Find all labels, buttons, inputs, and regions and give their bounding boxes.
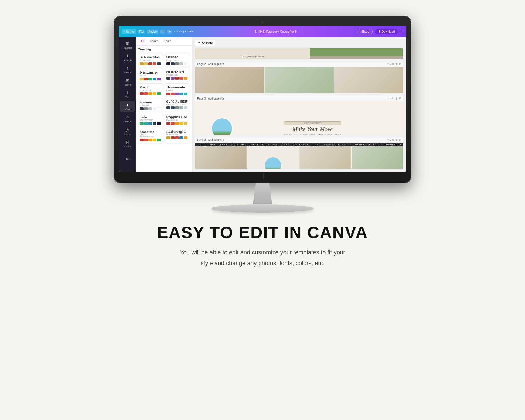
tab-fonts[interactable]: Fonts [161,37,174,45]
expand-icon-2[interactable]: ⊞ [399,97,401,100]
sidebar-item-elements[interactable]: ✦ Elements [120,52,135,63]
sidebar-item-text[interactable]: T Text [120,89,135,100]
sidebar-item-uploads[interactable]: ↑ Uploads [120,64,135,75]
font-name-arbutus: Arbutus Slab [140,55,162,59]
sidebar-icons: ⊞ Templates ✦ Elements ↑ Uploads ⊡ [119,37,136,172]
font-card-jada[interactable]: Jada MONTSERRAT [138,113,163,127]
font-name-suranna: Suranna [140,100,162,104]
delete-icon-3[interactable]: 🗑 [395,138,398,142]
font-name-homemade: Homemade [166,85,188,90]
swatch [171,136,175,139]
copy-icon-2[interactable]: ⧉ [392,97,394,100]
delete-icon[interactable]: 🗑 [395,63,398,66]
page3-heading: Make Your Move [284,126,341,132]
tab-all[interactable]: All [138,37,147,45]
swatch [148,122,152,125]
sidebar-item-more[interactable]: ⋯ More [120,151,135,162]
font-name-roxborough: RoxboroughC [166,130,188,134]
font-card-horizon[interactable]: HORIZON Poppins Bold [165,68,190,82]
font-card-belleza[interactable]: Belleza Margin Thin [165,53,190,67]
tab-colors[interactable]: Colors [147,37,161,45]
resize-button[interactable]: Resize [147,30,158,34]
page-3-canvas: YOUR BROKERAGE Make Your Move RACHEL SMI… [195,101,403,134]
font-name-belleza: Belleza [166,55,188,59]
swatch [140,78,144,80]
swatch [153,122,156,125]
chevron-down-icon[interactable]: v [390,63,391,66]
chevron-down-icon-2[interactable]: v [390,97,391,100]
sidebar-item-photos[interactable]: ⊡ Photos [120,76,135,88]
page2-img-2 [265,67,334,93]
swatch [157,139,161,141]
page-4-canvas: • YOUR LOCAL AGENT • YOUR LOCAL AGENT • … [195,143,403,169]
download-button[interactable]: ⬇ Download [375,29,398,34]
swatch [157,78,161,80]
page-2-label: Page 2 - Add page title ^ v ⧉ 🗑 ⊞ [195,62,403,67]
font-sub-roxborough: MONTSERRAT [166,134,188,135]
page4-circle [265,157,281,169]
more-icon: ⋯ [125,152,129,157]
sidebar-item-templates[interactable]: ⊞ Templates [120,39,135,51]
page1-img-top [310,48,403,56]
color-row-roxborough [166,136,188,139]
font-name-nickainley: Nickainley [140,70,162,75]
sidebar-item-folders[interactable]: ⊟ Folders [120,138,135,149]
delete-icon-2[interactable]: 🗑 [395,97,398,100]
monitor-neck [246,183,279,204]
font-card-glacial[interactable]: GLACIAL INDIF INK GROTESH LIGHT [165,98,190,112]
logos-icon: ◎ [125,127,129,132]
elements-icon: ✦ [126,53,129,59]
swatch [175,93,179,95]
font-card-roxborough[interactable]: RoxboroughC MONTSERRAT [165,128,190,144]
font-card-homemade[interactable]: Homemade Kulakof [165,83,190,97]
animate-bar[interactable]: ✦ Animate [195,40,215,46]
font-sub-monatine: GLACIAL INDIFFERENCE [140,134,162,138]
font-card-monatine[interactable]: Monatine GLACIAL INDIFFERENCE [138,128,163,144]
expand-icon[interactable]: ⊞ [399,63,401,66]
page4-ticker: • YOUR LOCAL AGENT • YOUR LOCAL AGENT • … [195,143,403,146]
color-row-belleza [166,62,188,65]
home-button[interactable]: ‹ Home [122,29,136,34]
swatch [179,122,183,125]
project-name: 5. HMS: Facebook Covers Vol 5 [255,30,297,33]
more-label: More [125,158,130,160]
swatch [171,62,175,65]
font-card-poppins[interactable]: Poppins Bol Poppins Bold [165,113,190,127]
font-card-suranna[interactable]: Suranna SURANNA [138,98,163,112]
file-button[interactable]: File [138,30,145,34]
font-card-nickainley[interactable]: Nickainley INTER [138,68,163,82]
swatch [171,106,175,109]
share-button[interactable]: Share [358,29,373,34]
swatch [179,62,183,65]
chevron-up-icon-3[interactable]: ^ [387,138,389,142]
headline: EASY TO EDIT IN CANVA [157,223,368,242]
chevron-up-icon-2[interactable]: ^ [387,97,389,100]
chevron-up-icon[interactable]: ^ [387,63,389,66]
redo-button[interactable]: ↻ [167,30,172,34]
color-row-poppins [166,122,188,125]
templates-label: Templates [122,47,132,49]
subtext: You will be able to edit and customize y… [157,247,368,268]
font-card-arbutus[interactable]: Arbutus Slab Barlow Bold [138,53,163,67]
font-sub-belleza: Margin Thin [166,59,188,61]
swatch [144,62,148,65]
sidebar-item-logos[interactable]: ◎ Logos [120,126,135,137]
font-card-cardo[interactable]: Cardo Didact Gothic [138,83,163,97]
page4-img-1 [195,146,247,169]
page4-img-4 [352,146,404,169]
canvas-area[interactable]: ✦ Animate Your Brokerage Name [192,37,406,172]
swatch [144,78,148,80]
monitor-base [211,204,314,213]
swatch [166,77,170,80]
expand-icon-3[interactable]: ⊞ [399,138,401,142]
page-3-section: Page 3 - Add page title ^ v ⧉ 🗑 ⊞ [195,96,403,134]
chevron-down-icon-3[interactable]: v [390,138,391,142]
sidebar-item-styles[interactable]: ✦ Styles [120,101,135,112]
more-options-button[interactable]: ··· [400,29,403,34]
undo-button[interactable]: ↺ [160,30,165,34]
copy-icon[interactable]: ⧉ [392,63,394,66]
copy-icon-3[interactable]: ⧉ [392,138,394,142]
logos-label: Logos [124,133,130,135]
animate-label: Animate [202,41,213,45]
sidebar-item-starred[interactable]: ☆ Starred [120,113,135,125]
